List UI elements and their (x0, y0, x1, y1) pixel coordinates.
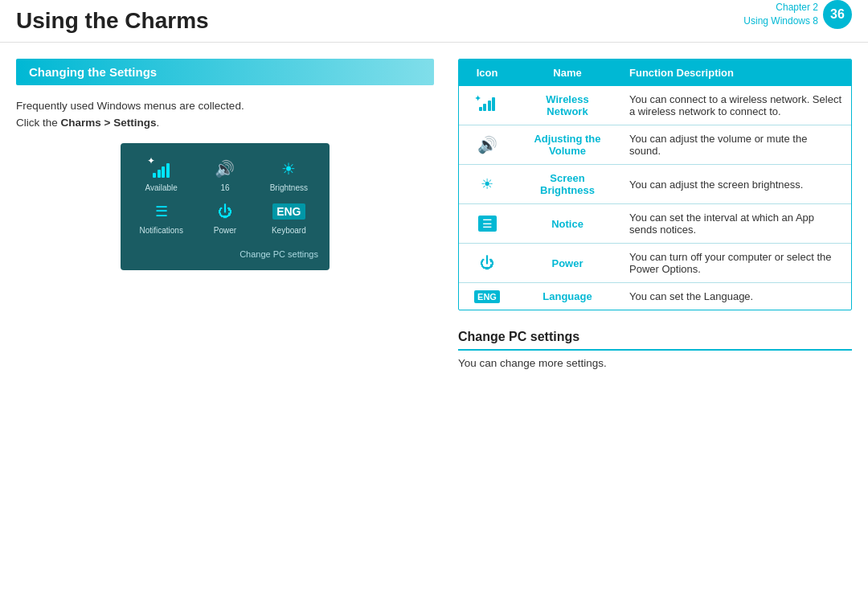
settings-item-volume: 🔊 16 (195, 158, 254, 192)
left-panel: Changing the Settings Frequently used Wi… (16, 59, 434, 369)
table-row: ☀ ScreenBrightness You can adjust the sc… (459, 165, 851, 204)
chapter-info: Chapter 2 Using Windows 8 36 (743, 0, 852, 29)
settings-table-container: Icon Name Function Description ✦ (458, 59, 852, 310)
power-icon: ⏻ (480, 255, 494, 271)
desc2: Click the Charms > Settings. (16, 117, 434, 129)
settings-item-keyboard: ENG Keyboard (260, 200, 318, 235)
desc2-prefix: Click the (16, 117, 61, 129)
table-row: ☰ Notice You can set the interval at whi… (459, 204, 851, 244)
settings-label-available: Available (145, 183, 177, 192)
brightness-icon-panel: ☀ (281, 158, 296, 180)
main-content: Changing the Settings Frequently used Wi… (0, 43, 868, 385)
volume-icon-panel: 🔊 (215, 158, 235, 180)
settings-panel: ✦ Available 🔊 16 (121, 143, 330, 270)
row-name-cell: WirelessNetwork (515, 86, 620, 125)
desc2-bold: Charms > Settings (61, 117, 157, 129)
row-desc-cell: You can adjust the volume or mute the so… (620, 125, 851, 165)
row-name-cell: Notice (515, 204, 620, 244)
table-row: 🔊 Adjusting theVolume You can adjust the… (459, 125, 851, 165)
language-icon: ENG (474, 290, 500, 303)
wireless-icon-panel: ✦ (153, 158, 170, 180)
change-pc-title: Change PC settings (458, 330, 852, 351)
change-pc-desc: You can change more settings. (458, 357, 852, 369)
row-name-cell: Adjusting theVolume (515, 125, 620, 165)
row-desc-cell: You can connect to a wireless network. S… (620, 86, 851, 125)
col-icon-header: Icon (459, 60, 515, 86)
volume-icon: 🔊 (477, 136, 497, 154)
wireless-icon: ✦ (479, 97, 496, 111)
row-icon-cell: 🔊 (459, 125, 515, 165)
settings-item-notifications: ☰ Notifications (132, 200, 190, 235)
row-name-cell: Language (515, 283, 620, 310)
table-row: ENG Language You can set the Language. (459, 283, 851, 310)
col-name-header: Name (515, 60, 620, 86)
table-row: ⏻ Power You can turn off your computer o… (459, 244, 851, 283)
row-desc-cell: You can turn off your computer or select… (620, 244, 851, 283)
settings-label-keyboard: Keyboard (272, 226, 306, 235)
row-icon-cell: ☀ (459, 165, 515, 204)
chapter-badge: 36 (823, 0, 852, 29)
chapter-text: Chapter 2 Using Windows 8 (743, 1, 818, 28)
change-pc-section: Change PC settings You can change more s… (458, 330, 852, 369)
row-desc-cell: You can set the interval at which an App… (620, 204, 851, 244)
settings-item-wireless: ✦ Available (132, 158, 190, 192)
settings-label-brightness: Brightness (270, 183, 308, 192)
settings-label-notifications: Notifications (139, 226, 182, 235)
panel-change-pc: Change PC settings (132, 249, 318, 259)
row-name-cell: Power (515, 244, 620, 283)
row-icon-cell: ENG (459, 283, 515, 310)
notice-icon: ☰ (478, 216, 497, 232)
chapter-line1: Chapter 2 (743, 1, 818, 14)
page-header: Using the Charms Chapter 2 Using Windows… (0, 0, 868, 43)
keyboard-icon-panel: ENG (272, 200, 305, 223)
row-icon-cell: ☰ (459, 204, 515, 244)
table-header-row: Icon Name Function Description (459, 60, 851, 86)
brightness-icon: ☀ (481, 176, 493, 192)
right-panel: Icon Name Function Description ✦ (458, 59, 852, 369)
row-name-cell: ScreenBrightness (515, 165, 620, 204)
chapter-line2: Using Windows 8 (743, 14, 818, 28)
settings-label-power: Power (214, 226, 236, 235)
row-icon-cell: ⏻ (459, 244, 515, 283)
settings-grid: ✦ Available 🔊 16 (132, 158, 318, 235)
desc2-suffix: . (156, 117, 159, 129)
settings-item-brightness: ☀ Brightness (260, 158, 318, 192)
section-heading: Changing the Settings (16, 59, 434, 85)
power-icon-panel: ⏻ (218, 200, 232, 223)
settings-label-volume: 16 (220, 183, 229, 192)
page-title: Using the Charms (16, 8, 209, 34)
col-desc-header: Function Description (620, 60, 851, 86)
settings-table: Icon Name Function Description ✦ (459, 60, 851, 310)
settings-item-power: ⏻ Power (195, 200, 254, 235)
row-icon-cell: ✦ (459, 86, 515, 125)
notifications-icon-panel: ☰ (155, 200, 168, 223)
row-desc-cell: You can set the Language. (620, 283, 851, 310)
desc1: Frequently used Windows menus are collec… (16, 100, 434, 112)
table-row: ✦ WirelessNetwork You can connect to a (459, 86, 851, 125)
row-desc-cell: You can adjust the screen brightness. (620, 165, 851, 204)
